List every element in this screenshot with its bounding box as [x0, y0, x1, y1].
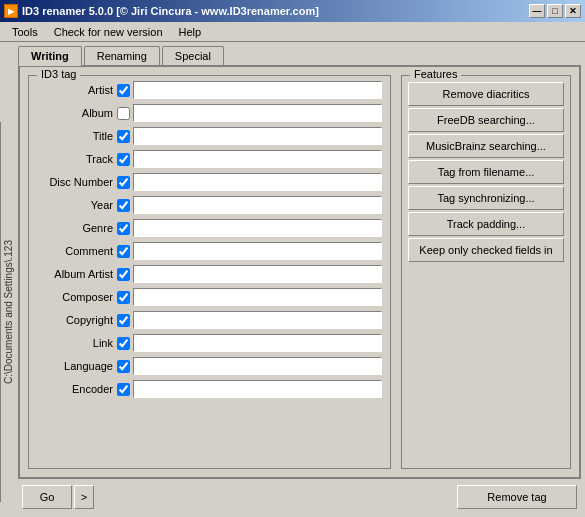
feature-btn-4[interactable]: Tag synchronizing... [408, 186, 564, 210]
field-row-artist: Artist [37, 80, 382, 100]
field-input-link[interactable] [133, 334, 382, 352]
field-checkbox-artist[interactable] [117, 84, 130, 97]
field-label-album-artist: Album Artist [37, 268, 117, 280]
field-input-album-artist[interactable] [133, 265, 382, 283]
main-content: C:\Documents and Settings\.123 Writing R… [0, 42, 585, 517]
field-label-title: Title [37, 130, 117, 142]
field-checkbox-disc-number[interactable] [117, 176, 130, 189]
menu-help[interactable]: Help [171, 24, 210, 40]
menu-tools[interactable]: Tools [4, 24, 46, 40]
feature-btn-3[interactable]: Tag from filename... [408, 160, 564, 184]
field-row-disc-number: Disc Number [37, 172, 382, 192]
field-row-composer: Composer [37, 287, 382, 307]
go-button[interactable]: Go [22, 485, 72, 509]
field-input-album[interactable] [133, 104, 382, 122]
field-input-artist[interactable] [133, 81, 382, 99]
id3-tag-section: ID3 tag ArtistAlbumTitleTrackDisc Number… [28, 75, 391, 469]
field-label-composer: Composer [37, 291, 117, 303]
field-input-disc-number[interactable] [133, 173, 382, 191]
id3-legend: ID3 tag [37, 68, 80, 80]
feature-buttons-container: Remove diacriticsFreeDB searching...Musi… [408, 80, 564, 262]
field-checkbox-encoder[interactable] [117, 383, 130, 396]
field-label-track: Track [37, 153, 117, 165]
remove-tag-button[interactable]: Remove tag [457, 485, 577, 509]
field-label-language: Language [37, 360, 117, 372]
field-input-encoder[interactable] [133, 380, 382, 398]
field-label-link: Link [37, 337, 117, 349]
feature-btn-5[interactable]: Track padding... [408, 212, 564, 236]
field-input-track[interactable] [133, 150, 382, 168]
field-row-title: Title [37, 126, 382, 146]
maximize-button[interactable]: □ [547, 4, 563, 18]
field-label-album: Album [37, 107, 117, 119]
field-label-year: Year [37, 199, 117, 211]
field-label-artist: Artist [37, 84, 117, 96]
field-input-comment[interactable] [133, 242, 382, 260]
tab-renaming[interactable]: Renaming [84, 46, 160, 65]
field-row-genre: Genre [37, 218, 382, 238]
field-checkbox-comment[interactable] [117, 245, 130, 258]
close-button[interactable]: ✕ [565, 4, 581, 18]
features-legend: Features [410, 68, 461, 80]
field-row-year: Year [37, 195, 382, 215]
field-row-album-artist: Album Artist [37, 264, 382, 284]
title-buttons: — □ ✕ [529, 4, 581, 18]
field-checkbox-album[interactable] [117, 107, 130, 120]
field-row-copyright: Copyright [37, 310, 382, 330]
field-checkbox-genre[interactable] [117, 222, 130, 235]
content-area: ID3 tag ArtistAlbumTitleTrackDisc Number… [18, 65, 581, 479]
feature-btn-0[interactable]: Remove diacritics [408, 82, 564, 106]
features-section: Features Remove diacriticsFreeDB searchi… [401, 75, 571, 469]
field-label-copyright: Copyright [37, 314, 117, 326]
field-row-comment: Comment [37, 241, 382, 261]
field-row-album: Album [37, 103, 382, 123]
arrow-button[interactable]: > [74, 485, 94, 509]
title-bar: ▶ ID3 renamer 5.0.0 [© Jiri Cincura - ww… [0, 0, 585, 22]
bottom-bar: Go > Remove tag [18, 479, 581, 513]
field-input-copyright[interactable] [133, 311, 382, 329]
field-row-encoder: Encoder [37, 379, 382, 399]
feature-btn-2[interactable]: MusicBrainz searching... [408, 134, 564, 158]
field-row-language: Language [37, 356, 382, 376]
field-checkbox-track[interactable] [117, 153, 130, 166]
tab-special[interactable]: Special [162, 46, 224, 65]
field-checkbox-composer[interactable] [117, 291, 130, 304]
field-checkbox-title[interactable] [117, 130, 130, 143]
field-input-year[interactable] [133, 196, 382, 214]
minimize-button[interactable]: — [529, 4, 545, 18]
field-checkbox-year[interactable] [117, 199, 130, 212]
field-input-title[interactable] [133, 127, 382, 145]
field-checkbox-link[interactable] [117, 337, 130, 350]
side-label: C:\Documents and Settings\.123 [0, 122, 16, 502]
feature-btn-6[interactable]: Keep only checked fields in [408, 238, 564, 262]
tab-writing[interactable]: Writing [18, 46, 82, 66]
field-label-comment: Comment [37, 245, 117, 257]
field-label-encoder: Encoder [37, 383, 117, 395]
title-text: ID3 renamer 5.0.0 [© Jiri Cincura - www.… [22, 5, 319, 17]
go-group: Go > [22, 485, 94, 509]
tab-bar: Writing Renaming Special [18, 46, 581, 65]
field-label-genre: Genre [37, 222, 117, 234]
field-checkbox-album-artist[interactable] [117, 268, 130, 281]
field-checkbox-language[interactable] [117, 360, 130, 373]
id3-fields-container: ArtistAlbumTitleTrackDisc NumberYearGenr… [37, 80, 382, 399]
field-row-link: Link [37, 333, 382, 353]
feature-btn-1[interactable]: FreeDB searching... [408, 108, 564, 132]
field-checkbox-copyright[interactable] [117, 314, 130, 327]
menu-bar: Tools Check for new version Help [0, 22, 585, 42]
field-input-composer[interactable] [133, 288, 382, 306]
field-label-disc-number: Disc Number [37, 176, 117, 188]
field-input-genre[interactable] [133, 219, 382, 237]
menu-check-version[interactable]: Check for new version [46, 24, 171, 40]
app-icon: ▶ [4, 4, 18, 18]
field-row-track: Track [37, 149, 382, 169]
field-input-language[interactable] [133, 357, 382, 375]
